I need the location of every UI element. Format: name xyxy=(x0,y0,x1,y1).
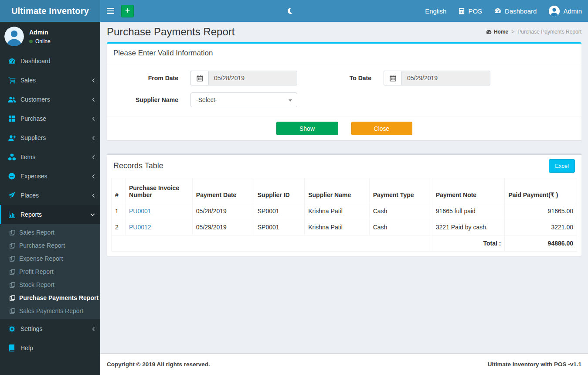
sidebar-item-expenses[interactable]: Expenses xyxy=(0,167,100,186)
sidebar-toggle-button[interactable] xyxy=(100,0,120,22)
copy-icon xyxy=(10,295,15,301)
sidebar-item-settings[interactable]: Settings xyxy=(0,319,100,338)
page-title: Purchase Payments Report xyxy=(107,26,235,38)
records-panel-header: Records Table Excel xyxy=(107,155,581,177)
chevron-down-icon xyxy=(90,213,95,216)
filter-panel: Please Enter Valid Information From Date… xyxy=(107,42,581,140)
sidebar-item-help[interactable]: Help xyxy=(0,338,100,358)
language-label: English xyxy=(425,7,446,15)
copy-icon xyxy=(10,269,15,275)
content-area: Purchase Payments Report Home > Purchase… xyxy=(100,22,588,353)
pos-link[interactable]: POS xyxy=(452,0,488,22)
chevron-left-icon xyxy=(92,116,95,121)
excel-export-button[interactable]: Excel xyxy=(549,159,575,173)
supplier-name-label: Supplier Name xyxy=(113,96,190,103)
sidebar-item-reports[interactable]: Reports xyxy=(0,205,100,224)
sidebar-avatar xyxy=(4,27,24,46)
table-row: 1 PU0001 05/28/2019 SP0001 Krishna Patil… xyxy=(112,203,577,219)
sidebar-item-profit-report[interactable]: Profit Report xyxy=(0,265,100,278)
col-header-supplier-name: Supplier Name xyxy=(305,178,369,203)
filter-form: From Date To Date xyxy=(107,63,581,116)
sidebar-item-expense-report[interactable]: Expense Report xyxy=(0,252,100,265)
col-header-supplier-id: Supplier ID xyxy=(254,178,304,203)
breadcrumb-current: Purchase Payments Report xyxy=(517,29,581,35)
copy-icon xyxy=(10,282,15,288)
sidebar-item-customers[interactable]: Customers xyxy=(0,90,100,109)
gears-icon xyxy=(7,325,17,333)
reports-submenu: Sales Report Purchase Report Expense Rep… xyxy=(0,224,100,319)
copy-icon xyxy=(10,230,15,235)
sidebar-user-name: Admin xyxy=(29,29,51,36)
sidebar-item-purchase[interactable]: Purchase xyxy=(0,109,100,128)
cart-icon xyxy=(7,77,17,84)
to-date-label: To Date xyxy=(333,75,384,82)
content-header: Purchase Payments Report Home > Purchase… xyxy=(100,22,588,42)
records-table: # Purchase Invoice Number Payment Date S… xyxy=(111,178,577,252)
app-brand: Ultimate Inventory xyxy=(0,0,100,22)
tachometer-icon xyxy=(486,29,492,35)
user-menu[interactable]: Admin xyxy=(543,0,588,22)
sidebar-item-sales-payments-report[interactable]: Sales Payments Report xyxy=(0,304,100,317)
navbar-main: + English POS Dashboard xyxy=(100,0,588,22)
sidebar-item-purchase-payments-report[interactable]: Purchase Payments Report xyxy=(0,291,100,304)
sidebar-item-sales[interactable]: Sales xyxy=(0,71,100,90)
close-button[interactable]: Close xyxy=(351,122,412,135)
to-date-group xyxy=(384,71,490,85)
language-menu[interactable]: English xyxy=(419,0,452,22)
pos-label: POS xyxy=(468,7,482,15)
page-footer: Copyright © 2019 All rights reserved. Ul… xyxy=(100,353,588,375)
grid-icon xyxy=(7,115,17,122)
breadcrumb-home-link[interactable]: Home xyxy=(486,29,508,35)
invoice-link[interactable]: PU0001 xyxy=(129,208,151,215)
copy-icon xyxy=(10,308,15,314)
records-panel: Records Table Excel # Purchase Invoice N… xyxy=(107,153,581,256)
breadcrumb: Home > Purchase Payments Report xyxy=(486,29,581,35)
user-label: Admin xyxy=(563,7,582,15)
show-button[interactable]: Show xyxy=(276,122,338,135)
to-date-input[interactable] xyxy=(401,71,490,85)
supplier-select[interactable]: -Select- xyxy=(190,92,297,107)
calendar-icon xyxy=(190,71,208,85)
total-value: 94886.00 xyxy=(505,235,577,252)
sidebar-item-stock-report[interactable]: Stock Report xyxy=(0,278,100,291)
loading-crescent-icon xyxy=(288,8,294,14)
navbar-right: English POS Dashboard Admin xyxy=(419,0,588,22)
chevron-left-icon xyxy=(92,327,95,331)
paper-plane-icon xyxy=(7,192,17,199)
chevron-left-icon xyxy=(92,155,95,160)
sidebar-item-purchase-report[interactable]: Purchase Report xyxy=(0,239,100,252)
table-header-row: # Purchase Invoice Number Payment Date S… xyxy=(112,178,577,203)
chevron-left-icon xyxy=(92,78,95,83)
sidebar-item-sales-report[interactable]: Sales Report xyxy=(0,226,100,239)
chevron-left-icon xyxy=(92,136,95,140)
book-icon xyxy=(7,344,17,351)
records-panel-title: Records Table xyxy=(113,161,163,170)
invoice-link[interactable]: PU0012 xyxy=(129,224,151,231)
minus-circle-icon xyxy=(7,173,17,180)
col-header-payment-note: Payment Note xyxy=(432,178,505,203)
table-total-row: Total : 94886.00 xyxy=(112,235,577,252)
top-navbar: Ultimate Inventory + English POS Da xyxy=(0,0,588,22)
sidebar-item-dashboard[interactable]: Dashboard xyxy=(0,51,100,71)
from-date-input[interactable] xyxy=(208,71,297,85)
total-label: Total : xyxy=(432,235,505,252)
quick-add-button[interactable]: + xyxy=(121,5,134,17)
bar-chart-icon xyxy=(7,211,17,218)
col-header-index: # xyxy=(112,178,126,203)
col-header-paid-payment: Paid Payment(₹ ) xyxy=(505,178,577,203)
sidebar-item-suppliers[interactable]: Suppliers xyxy=(0,128,100,147)
copyright-text: Copyright © 2019 All rights reserved. xyxy=(107,361,210,368)
breadcrumb-separator: > xyxy=(511,29,514,35)
version-text: Ultimate Inventory with POS -v1.1 xyxy=(488,361,581,368)
dashboard-label: Dashboard xyxy=(505,7,537,15)
from-date-label: From Date xyxy=(113,75,190,82)
tachometer-icon xyxy=(7,58,17,65)
sidebar-item-places[interactable]: Places xyxy=(0,186,100,205)
tachometer-icon xyxy=(494,7,501,14)
dashboard-link[interactable]: Dashboard xyxy=(488,0,543,22)
chevron-left-icon xyxy=(92,97,95,102)
chevron-left-icon xyxy=(92,174,95,179)
sidebar-item-items[interactable]: Items xyxy=(0,147,100,167)
sidebar-user-status: Online xyxy=(29,38,51,44)
caret-down-icon xyxy=(289,99,292,102)
